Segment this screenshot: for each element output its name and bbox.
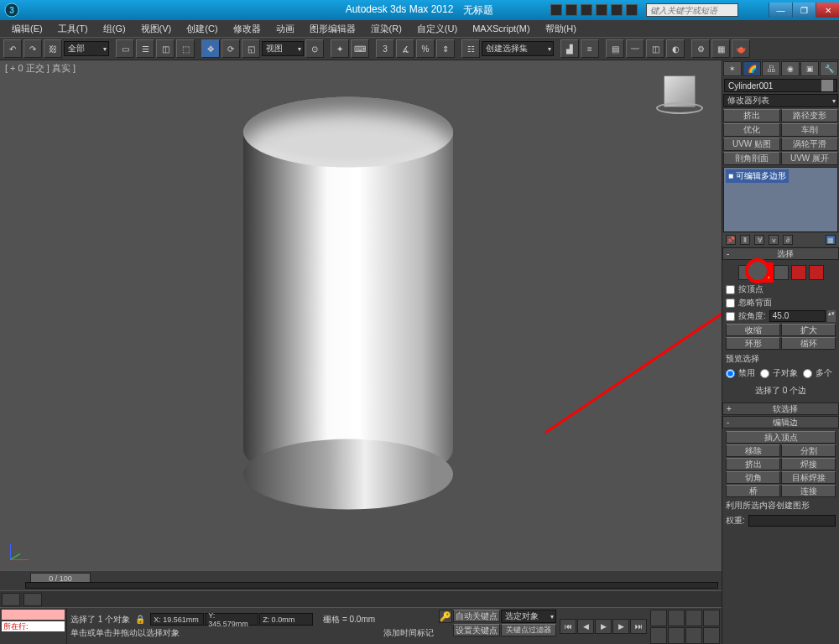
loop-button[interactable]: 循环 <box>781 337 836 350</box>
ring-button[interactable]: 环形 <box>726 337 780 350</box>
tab-create[interactable]: ✶ <box>723 61 742 76</box>
mod-chamferprof[interactable]: 剖角剖面 <box>723 152 780 165</box>
menu-edit[interactable]: 编辑(E) <box>5 21 50 37</box>
zoom-extents-all-button[interactable] <box>703 610 720 626</box>
tab-display[interactable]: ▣ <box>800 61 819 76</box>
time-slider[interactable]: 0 / 100 <box>0 570 722 590</box>
coord-z[interactable]: Z: 0.0mm <box>259 613 313 626</box>
coord-y[interactable]: Y: 345.579mm <box>205 613 258 626</box>
search-input[interactable] <box>646 3 738 17</box>
remove-mod2-icon[interactable]: ∂ <box>783 235 793 245</box>
layers-button[interactable]: ▤ <box>606 39 624 58</box>
keymode-dropdown[interactable]: 选定对象 <box>501 610 556 623</box>
trackbar-btn1[interactable] <box>2 593 20 606</box>
track-bar[interactable] <box>0 590 722 607</box>
configure-icon[interactable]: ▦ <box>826 235 836 245</box>
selection-filter[interactable]: 全部 <box>64 41 109 56</box>
script-listener[interactable]: 所在行: <box>0 608 67 644</box>
subobj-vertex[interactable] <box>738 265 753 280</box>
menu-maxscript[interactable]: MAXScript(M) <box>466 22 536 35</box>
tab-utilities[interactable]: 🔧 <box>820 61 838 76</box>
remove-mod-icon[interactable]: ⅴ <box>769 235 779 245</box>
mod-turbosmooth[interactable]: 涡轮平滑 <box>781 138 838 151</box>
goto-start-button[interactable]: ⏮ <box>560 619 576 634</box>
manip-button[interactable]: ✦ <box>331 39 349 58</box>
tab-motion[interactable]: ◉ <box>781 61 800 76</box>
ref-coord-system[interactable]: 视图 <box>262 41 304 56</box>
curve-editor-button[interactable]: 〰 <box>626 39 644 58</box>
preview-off-radio[interactable] <box>726 369 735 378</box>
modifier-list[interactable]: 修改器列表 <box>723 94 838 107</box>
zoom-extents-button[interactable] <box>685 610 702 626</box>
angle-spinner[interactable]: 45.0 <box>769 310 826 322</box>
window-crossing-button[interactable]: ⬚ <box>176 39 195 58</box>
subobj-element[interactable] <box>809 265 824 280</box>
play-button[interactable]: ▶ <box>595 619 612 634</box>
chamfer-button[interactable]: 切角 <box>726 471 780 484</box>
menu-help[interactable]: 帮助(H) <box>539 21 583 37</box>
shrink-button[interactable]: 收缩 <box>726 324 780 336</box>
scene-object-cylinder[interactable] <box>243 132 453 485</box>
render-setup-button[interactable]: ⚙ <box>691 39 710 58</box>
view-cube[interactable] <box>651 69 708 126</box>
setkey-button[interactable]: 设置关键点 <box>453 624 500 636</box>
object-color-swatch[interactable] <box>821 80 833 91</box>
keymode-button[interactable]: ⌨ <box>351 39 369 58</box>
maximize-button[interactable]: ❐ <box>792 3 816 18</box>
next-frame-button[interactable]: ▶ <box>612 619 629 634</box>
percent-snap-button[interactable]: % <box>416 39 435 58</box>
mod-pathdeform[interactable]: 路径变形 <box>781 109 838 122</box>
subobj-polygon[interactable] <box>791 265 806 280</box>
menu-views[interactable]: 视图(V) <box>134 21 179 37</box>
preview-multi-radio[interactable] <box>803 369 812 378</box>
rotate-button[interactable]: ⟳ <box>221 39 240 58</box>
menu-tools[interactable]: 工具(T) <box>51 21 95 37</box>
trackbar-btn2[interactable] <box>23 593 42 606</box>
subobj-border[interactable] <box>774 265 789 280</box>
material-editor-button[interactable]: ◐ <box>666 39 685 58</box>
weight-spinner[interactable] <box>748 515 836 527</box>
maximize-viewport-button[interactable] <box>703 627 720 644</box>
autokey-button[interactable]: 自动关键点 <box>453 610 500 622</box>
pin-stack-icon[interactable]: 📌 <box>726 235 736 245</box>
lock-icon[interactable]: 🔒 <box>135 615 145 625</box>
subobj-edge[interactable] <box>756 265 771 280</box>
stack-editable-poly[interactable]: ■ 可编辑多边形 <box>726 169 789 183</box>
mod-extrude[interactable]: 挤出 <box>723 109 780 122</box>
mirror-button[interactable]: ▟ <box>560 39 579 58</box>
target-weld-button[interactable]: 目标焊接 <box>781 471 836 484</box>
rollout-editedges-header[interactable]: -编辑边 <box>722 416 839 428</box>
bridge-button[interactable]: 桥 <box>726 485 780 497</box>
by-angle-checkbox[interactable] <box>726 312 735 321</box>
prev-frame-button[interactable]: ◀ <box>577 619 594 634</box>
menu-rendering[interactable]: 渲染(R) <box>364 21 409 37</box>
menu-animation[interactable]: 动画 <box>269 21 301 37</box>
preview-subobj-radio[interactable] <box>760 369 769 378</box>
modifier-stack[interactable]: ■ 可编辑多边形 <box>723 167 838 232</box>
select-name-button[interactable]: ☰ <box>136 39 154 58</box>
menu-modifiers[interactable]: 修改器 <box>227 21 268 37</box>
align-button[interactable]: ≡ <box>581 39 599 58</box>
object-name-field[interactable]: Cylinder001 <box>724 79 837 92</box>
rollout-selection-header[interactable]: -选择 <box>722 247 839 260</box>
split-button[interactable]: 分割 <box>781 444 836 457</box>
undo-button[interactable]: ↶ <box>3 39 22 58</box>
minimize-button[interactable]: — <box>769 3 792 18</box>
grow-button[interactable]: 扩大 <box>781 324 836 336</box>
scale-button[interactable]: ◱ <box>242 39 260 58</box>
orbit-button[interactable] <box>685 627 702 644</box>
tab-hierarchy[interactable]: 品 <box>762 61 780 76</box>
schematic-button[interactable]: ◫ <box>646 39 664 58</box>
menu-customize[interactable]: 自定义(U) <box>410 21 464 37</box>
goto-end-button[interactable]: ⏭ <box>630 619 647 634</box>
link-button[interactable]: ⛓ <box>44 39 62 58</box>
weld-button[interactable]: 焊接 <box>781 458 836 470</box>
coord-x[interactable]: X: 19.561mm <box>150 613 204 626</box>
viewport[interactable]: [ + 0 正交 ] 真实 ] <box>0 60 722 570</box>
spinner-snap-button[interactable]: ⇕ <box>436 39 455 58</box>
fov-button[interactable] <box>650 627 667 644</box>
redo-button[interactable]: ↷ <box>23 39 42 58</box>
insert-vertex-button[interactable]: 插入顶点 <box>726 431 836 444</box>
connect-button[interactable]: 连接 <box>781 485 836 497</box>
zoom-button[interactable] <box>650 610 667 626</box>
